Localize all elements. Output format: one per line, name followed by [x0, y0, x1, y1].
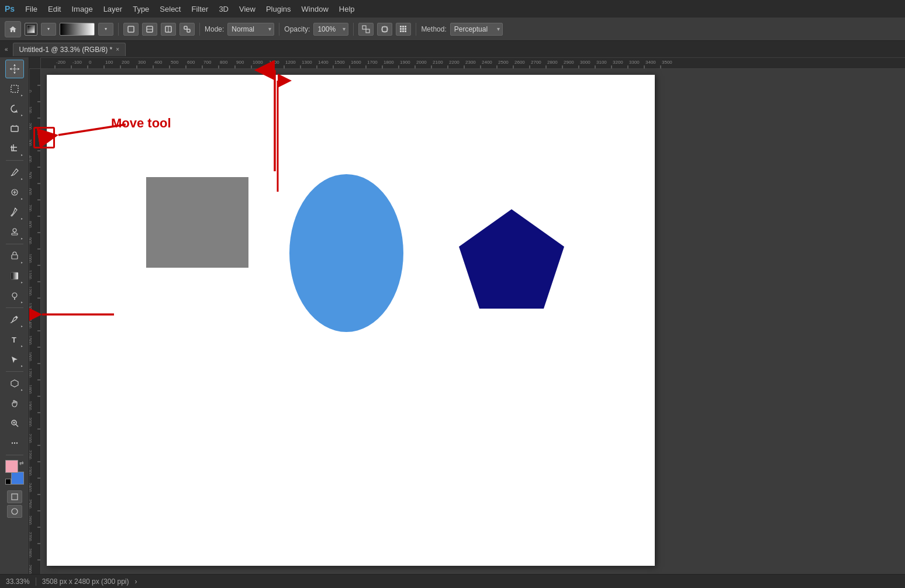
tab-title: Untitled-1 @ 33.3% (RGB/8) * [19, 46, 113, 54]
svg-text:900: 900 [236, 60, 244, 65]
chevron-small[interactable]: ▾ [41, 23, 56, 36]
default-colors-icon[interactable] [5, 479, 11, 485]
document-tab[interactable]: Untitled-1 @ 33.3% (RGB/8) * × [13, 43, 126, 56]
menu-3d[interactable]: 3D [214, 4, 233, 15]
svg-rect-8 [366, 29, 369, 33]
menu-window[interactable]: Window [297, 4, 333, 15]
type-tool-button[interactable]: T ▸ [5, 330, 24, 349]
tool-separator-3 [6, 307, 23, 308]
svg-text:400: 400 [154, 60, 163, 65]
foreground-color-swatch[interactable] [5, 460, 18, 473]
mode-dropdown[interactable]: Normal [227, 23, 274, 36]
svg-text:2300: 2300 [29, 466, 32, 476]
more-tools-button[interactable] [5, 434, 24, 452]
svg-rect-26 [11, 272, 18, 279]
hand-tool-button[interactable] [5, 394, 24, 413]
svg-text:300: 300 [29, 139, 32, 146]
svg-text:1500: 1500 [29, 335, 32, 345]
svg-text:2700: 2700 [29, 532, 32, 541]
zoom-tool-button[interactable] [5, 414, 24, 433]
brush-tool-button[interactable]: ▸ [5, 203, 24, 222]
svg-text:1000: 1000 [29, 254, 32, 263]
canvas-area[interactable]: -200-10001002003004005006007008009001000… [29, 57, 905, 574]
blend-mode-3[interactable] [161, 23, 176, 36]
navy-pentagon-shape[interactable] [453, 203, 570, 323]
svg-marker-31 [11, 380, 18, 387]
menu-filter[interactable]: Filter [186, 4, 213, 15]
blend-mode-4[interactable] [179, 23, 195, 36]
svg-text:1200: 1200 [29, 286, 32, 296]
menu-plugins[interactable]: Plugins [261, 4, 296, 15]
svg-text:600: 600 [187, 60, 195, 65]
separator-4 [353, 23, 354, 36]
svg-point-34 [13, 442, 15, 444]
method-dropdown[interactable]: Perceptual [450, 23, 503, 36]
blend-mode-darken-icon[interactable] [142, 23, 157, 36]
stamp-tool-button[interactable]: ▸ [5, 223, 24, 241]
opacity-label: Opacity: [284, 25, 310, 33]
svg-text:400: 400 [29, 155, 32, 162]
tab-collapse-icon[interactable]: « [2, 45, 11, 54]
quick-mask-button[interactable] [7, 505, 22, 518]
menu-layer[interactable]: Layer [99, 4, 127, 15]
svg-text:900: 900 [29, 237, 32, 244]
home-button[interactable] [5, 21, 21, 37]
marquee-tool-button[interactable]: ▸ [5, 79, 24, 98]
eyedropper-tool-button[interactable]: ▸ [5, 163, 24, 182]
menu-view[interactable]: View [234, 4, 260, 15]
tool-separator-1 [6, 160, 23, 161]
ruler-left: 0100200300400500600700800900100011001200… [29, 69, 41, 574]
tab-close-icon[interactable]: × [116, 46, 119, 53]
arrange-icon[interactable] [358, 23, 374, 36]
status-arrow[interactable]: › [134, 577, 137, 586]
svg-text:1900: 1900 [400, 60, 410, 65]
svg-text:1400: 1400 [29, 319, 32, 328]
crop-tool-button[interactable]: ▸ [5, 139, 24, 158]
svg-text:3300: 3300 [629, 60, 640, 65]
move-tool-annotation-label: Move tool [111, 116, 171, 131]
chevron-gradient[interactable]: ▾ [98, 23, 113, 36]
grid-icon[interactable] [396, 23, 411, 36]
foreground-swatch-small[interactable] [25, 23, 37, 36]
gray-rectangle-shape[interactable] [146, 177, 248, 268]
crop-icon-opt[interactable] [377, 23, 392, 36]
pen-tool-button[interactable]: ▸ [5, 310, 24, 329]
menu-select[interactable]: Select [155, 4, 185, 15]
menu-help[interactable]: Help [334, 4, 360, 15]
swap-colors-icon[interactable]: ⇄ [19, 460, 24, 466]
svg-text:300: 300 [138, 60, 146, 65]
blue-ellipse-shape[interactable] [289, 174, 403, 332]
object-select-button[interactable] [5, 119, 24, 138]
svg-text:1600: 1600 [29, 352, 32, 361]
menu-type[interactable]: Type [128, 4, 154, 15]
standard-mode-button[interactable] [7, 490, 22, 503]
blend-mode-normal-icon[interactable] [123, 23, 139, 36]
svg-text:1300: 1300 [29, 303, 32, 312]
path-select-button[interactable]: ▸ [5, 350, 24, 369]
menu-file[interactable]: File [20, 4, 42, 15]
canvas-document[interactable] [47, 75, 655, 566]
svg-text:2600: 2600 [514, 60, 525, 65]
svg-text:1800: 1800 [29, 385, 32, 394]
background-color-swatch[interactable] [11, 472, 24, 485]
move-tool-button[interactable] [5, 60, 24, 78]
dodge-tool-button[interactable]: ▸ [5, 286, 24, 305]
svg-rect-16 [405, 28, 406, 30]
svg-text:-100: -100 [72, 60, 82, 65]
svg-rect-7 [362, 26, 366, 29]
lasso-tool-button[interactable]: ▸ [5, 99, 24, 118]
svg-text:2500: 2500 [29, 499, 32, 509]
svg-rect-5 [184, 26, 187, 29]
heal-tool-button[interactable]: ▸ [5, 183, 24, 202]
toolbar: ▸ ▸ ▸ ▸ [0, 57, 29, 574]
svg-rect-11 [400, 26, 402, 27]
gradient-swatch[interactable] [60, 23, 95, 36]
menu-image[interactable]: Image [67, 4, 97, 15]
menu-edit[interactable]: Edit [43, 4, 65, 15]
gradient-tool-button[interactable]: ▸ [5, 267, 24, 285]
svg-text:-200: -200 [56, 60, 66, 65]
svg-text:1100: 1100 [269, 60, 279, 65]
eraser-tool-button[interactable]: ▸ [5, 247, 24, 265]
opacity-dropdown[interactable]: 100% [313, 23, 348, 36]
shape-tool-button[interactable]: ▸ [5, 374, 24, 393]
